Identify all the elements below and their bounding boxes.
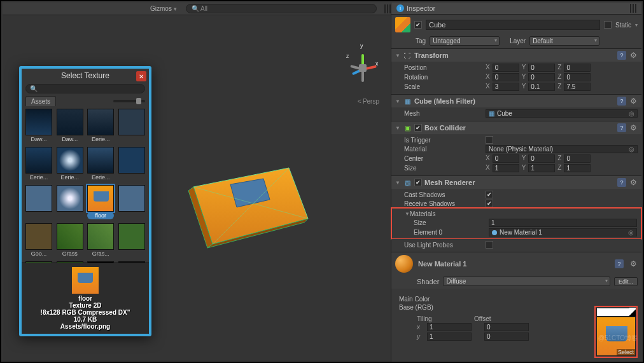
asset-info-footer: floor Texture 2D !8x128 RGB Compressed D… <box>22 263 149 334</box>
active-checkbox[interactable]: ✔ <box>414 21 422 29</box>
axis-z-label: z <box>346 53 349 59</box>
tiling-x[interactable]: 1 <box>427 323 472 331</box>
tag-dropdown[interactable]: Untagged <box>430 36 500 46</box>
texture-item[interactable]: Goo... <box>25 223 52 257</box>
texture-item[interactable] <box>57 185 83 219</box>
texture-search[interactable]: 🔍 <box>25 84 145 93</box>
panel-menu-icon[interactable] <box>384 4 391 13</box>
scale-z[interactable]: 7.5 <box>564 83 591 91</box>
texture-item[interactable]: Eerie... <box>57 147 83 181</box>
gizmos-dropdown[interactable]: Gizmos ▾ <box>145 4 182 13</box>
texture-item[interactable] <box>118 223 145 257</box>
texture-grid: Daw...Daw...Eerie...Eerie...Eerie...Eeri… <box>22 106 149 263</box>
texture-item[interactable] <box>25 185 52 219</box>
tiling-y[interactable]: 1 <box>427 332 472 341</box>
texture-item[interactable] <box>118 109 145 143</box>
fold-icon[interactable]: ▼ <box>395 53 400 58</box>
edit-button[interactable]: Edit... <box>614 277 638 286</box>
texture-item[interactable] <box>118 185 145 219</box>
scene-object-cube[interactable] <box>181 155 308 250</box>
fold-icon[interactable]: ▼ <box>395 99 400 104</box>
scene-toolbar: Gizmos ▾ 🔍 All <box>3 3 392 15</box>
receive-shadows-checkbox[interactable]: ✔ <box>486 200 493 207</box>
gameobject-icon[interactable] <box>395 17 410 32</box>
help-icon[interactable]: ? <box>617 178 626 187</box>
axis-y-label: y <box>360 43 363 49</box>
texture-item[interactable]: Daw... <box>57 109 83 143</box>
texture-item[interactable]: Eerie... <box>87 147 114 181</box>
fold-icon[interactable]: ▼ <box>395 125 400 131</box>
mesh-filter-component: ▼ ▦ Cube (Mesh Filter) ? ⚙ Mesh▦Cube◎ <box>391 94 641 121</box>
material-element0-field[interactable]: New Material 1◎ <box>489 228 637 236</box>
component-enabled-checkbox[interactable]: ✔ <box>414 179 422 186</box>
gear-icon[interactable]: ⚙ <box>629 178 638 187</box>
panel-menu-icon[interactable] <box>630 4 636 13</box>
projection-label[interactable]: Persp <box>358 98 379 105</box>
shader-dropdown[interactable]: Diffuse <box>443 277 610 286</box>
box-collider-component: ▼ ▣ ✔ Box Collider ? ⚙ Is Trigger Materi… <box>391 121 641 175</box>
pos-y[interactable]: 0 <box>528 64 555 72</box>
gear-icon[interactable]: ⚙ <box>629 51 638 60</box>
static-checkbox[interactable] <box>604 21 612 29</box>
help-icon[interactable]: ? <box>617 97 626 106</box>
pos-x[interactable]: 0 <box>493 64 519 72</box>
physic-material-field[interactable]: None (Physic Material)◎ <box>486 145 638 153</box>
select-texture-dialog: Select Texture ✕ 🔍 Assets Daw...Daw...Ee… <box>19 66 151 336</box>
texture-item[interactable] <box>118 147 145 181</box>
axis-x-label: x <box>375 60 379 67</box>
scale-x[interactable]: 3 <box>493 83 519 91</box>
cast-shadows-checkbox[interactable]: ✔ <box>486 191 493 198</box>
help-icon[interactable]: ? <box>615 259 624 268</box>
help-icon[interactable]: ? <box>617 123 626 132</box>
gameobject-name-field[interactable]: Cube <box>426 20 600 30</box>
static-dropdown-icon[interactable]: ▾ <box>635 22 638 28</box>
gameobject-header: ✔ Cube Static ▾ <box>391 15 641 35</box>
component-enabled-checkbox[interactable]: ✔ <box>414 124 422 132</box>
materials-highlight: ▼Materials Size1 Element 0New Material 1… <box>391 207 642 240</box>
materials-size-field[interactable]: 1 <box>489 219 637 227</box>
texture-item[interactable]: Gras... <box>87 223 114 257</box>
rot-z[interactable]: 0 <box>564 73 591 81</box>
texture-item[interactable]: Grass <box>57 223 83 257</box>
scale-y[interactable]: 0.1 <box>528 83 555 91</box>
search-input[interactable] <box>40 85 141 92</box>
is-trigger-checkbox[interactable] <box>486 136 493 144</box>
info-icon: i <box>396 4 404 12</box>
watermark: @51CTO博客 <box>598 334 638 343</box>
fold-icon[interactable]: ▼ <box>395 180 400 186</box>
search-icon: 🔍 <box>30 85 38 92</box>
gear-icon[interactable]: ⚙ <box>629 97 638 106</box>
material-preview-sphere <box>395 255 413 273</box>
close-button[interactable]: ✕ <box>136 71 146 81</box>
texture-item[interactable]: Eerie... <box>87 109 114 143</box>
transform-component: ▼ ⛶ Transform ? ⚙ PositionX0Y0Z0 Rotatio… <box>391 48 641 94</box>
texture-item[interactable]: Daw... <box>25 109 52 143</box>
inspector-tab[interactable]: i Inspector <box>391 3 641 15</box>
orientation-gizmo[interactable]: y x z <box>345 50 381 86</box>
main-color-swatch[interactable] <box>596 308 636 317</box>
thumbnail-size-slider[interactable] <box>113 100 145 102</box>
assets-tab[interactable]: Assets <box>25 96 56 106</box>
help-icon[interactable]: ? <box>617 51 626 60</box>
texture-select-button[interactable]: Select <box>617 349 635 355</box>
rot-x[interactable]: 0 <box>493 73 519 81</box>
selected-thumb <box>72 267 99 294</box>
pos-z[interactable]: 0 <box>564 64 591 72</box>
box-collider-icon: ▣ <box>403 123 412 132</box>
offset-x[interactable]: 0 <box>484 323 529 331</box>
inspector-panel: i Inspector ✔ Cube Static ▾ Tag Untagged… <box>391 3 641 362</box>
transform-icon: ⛶ <box>403 51 412 60</box>
mesh-renderer-component: ▼ ▧ ✔ Mesh Renderer ? ⚙ Cast Shadows✔ Re… <box>391 175 641 252</box>
offset-y[interactable]: 0 <box>484 332 529 341</box>
mesh-renderer-icon: ▧ <box>403 178 412 187</box>
rot-y[interactable]: 0 <box>528 73 555 81</box>
texture-item[interactable]: floor <box>87 185 114 219</box>
layer-dropdown[interactable]: Default <box>529 36 599 46</box>
gear-icon[interactable]: ⚙ <box>629 259 638 268</box>
tag-layer-row: Tag Untagged Layer Default <box>391 35 641 48</box>
texture-item[interactable]: Eerie... <box>25 147 52 181</box>
light-probes-checkbox[interactable] <box>486 241 493 249</box>
gear-icon[interactable]: ⚙ <box>629 123 638 132</box>
scene-search-input[interactable]: 🔍 All <box>186 4 377 13</box>
mesh-field[interactable]: ▦Cube◎ <box>486 109 638 118</box>
